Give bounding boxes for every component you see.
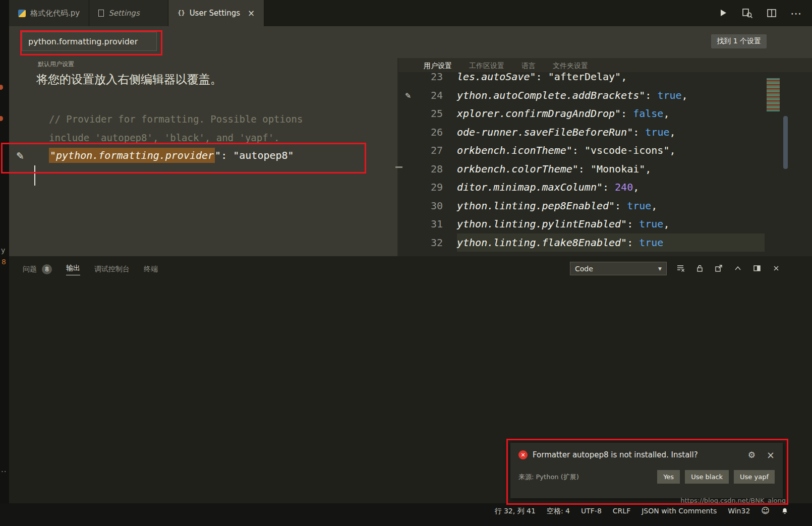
status-item[interactable]: Win32 (728, 507, 750, 516)
problems-count-badge: 8 (42, 264, 52, 274)
error-icon: ✕ (518, 450, 528, 459)
unlock-icon[interactable] (695, 264, 704, 273)
editor-tab[interactable]: Settings (89, 0, 168, 26)
notification-gear-icon[interactable]: ⚙ (748, 450, 756, 460)
chevron-down-icon: ▼ (658, 266, 662, 271)
close-tab-icon[interactable]: × (248, 9, 255, 18)
code-line[interactable]: 32ython.linting.flake8Enabled": true (398, 233, 812, 252)
panel-tab-label: 输出 (66, 264, 80, 275)
settings-scope-tab[interactable]: 用户设置 (424, 62, 452, 71)
code-line[interactable]: 25xplorer.confirmDragAndDrop": false, (398, 104, 812, 123)
braces-icon: {} (178, 10, 185, 17)
output-channel-value: Code (575, 265, 593, 273)
notification-button[interactable]: Use black (685, 470, 729, 484)
file-icon (98, 10, 104, 17)
code-tokens: ython.linting.pep8Enabled": true, (457, 200, 657, 212)
activity-badge-artifact (0, 85, 3, 90)
bell-icon[interactable] (781, 507, 789, 516)
settings-scope-tab[interactable]: 文件夹设置 (553, 62, 588, 71)
editor-tab-strip: 格式化代码.pySettings{}User Settings× (9, 0, 264, 26)
panel-tab-label: 终端 (144, 265, 158, 274)
output-channel-select[interactable]: Code ▼ (570, 262, 667, 275)
status-item[interactable]: JSON with Comments (642, 507, 717, 516)
maximize-panel-icon[interactable] (733, 264, 742, 273)
line-number: 26 (418, 126, 443, 138)
panel-layout-icon[interactable] (752, 264, 762, 273)
open-preview-icon[interactable] (741, 7, 753, 19)
settings-search-input[interactable] (27, 36, 151, 47)
run-icon[interactable] (717, 7, 729, 19)
notification-source: 来源: Python (扩展) (518, 473, 579, 482)
watermark-text: https://blog.csdn.net/BNK_along (680, 497, 786, 504)
default-setting-line[interactable]: "python.formatting.provider": "autopep8" (49, 149, 294, 161)
code-line[interactable]: ✎24ython.autoComplete.addBrackets": true… (398, 86, 812, 105)
setting-key-highlight: "python.formatting.provider (49, 148, 215, 163)
panel-tab[interactable]: 输出 (66, 264, 80, 275)
code-line[interactable]: 27orkbench.iconTheme": "vscode-icons", (398, 141, 812, 160)
code-tokens: orkbench.iconTheme": "vscode-icons", (457, 144, 676, 156)
panel-actions (676, 264, 781, 273)
editor-scrollbar[interactable] (783, 116, 788, 169)
setting-comment-line2: include 'autopep8', 'black', and 'yapf'. (49, 132, 280, 143)
code-line[interactable]: 29ditor.minimap.maxColumn": 240, (398, 178, 812, 197)
code-tokens: ython.linting.flake8Enabled": true (457, 237, 663, 249)
line-number: 30 (418, 200, 443, 212)
line-number: 31 (418, 218, 443, 230)
python-icon (18, 10, 26, 17)
edit-pencil-icon[interactable]: ✎ (398, 90, 418, 100)
editor-tab[interactable]: 格式化代码.py (9, 0, 89, 26)
code-tokens: ython.linting.pylintEnabled": true, (457, 218, 669, 230)
code-line[interactable]: 23les.autoSave": "afterDelay", (398, 72, 812, 86)
strip-artifact-dots: .. (1, 465, 7, 474)
panel-tab[interactable]: 终端 (144, 265, 158, 274)
line-number: 25 (418, 107, 443, 120)
line-number: 32 (418, 237, 443, 249)
gutter-marker (395, 166, 402, 168)
edit-pencil-icon[interactable]: ✎ (16, 150, 24, 161)
activity-badge-artifact (0, 116, 3, 121)
editor-actions: ⋯ (717, 0, 812, 26)
editor-tab-bar: 格式化代码.pySettings{}User Settings× ⋯ (9, 0, 812, 26)
activity-bar[interactable]: y 8 .. (0, 0, 9, 526)
settings-scope-tabs: 用户设置工作区设置语言文件夹设置 (398, 58, 812, 71)
status-item[interactable]: 空格: 4 (547, 507, 570, 516)
minimap[interactable] (767, 78, 780, 111)
line-number: 27 (418, 144, 443, 156)
notification-button[interactable]: Use yapf (734, 470, 775, 484)
notification-close-icon[interactable]: × (767, 450, 775, 460)
status-item[interactable]: UTF-8 (581, 507, 602, 516)
line-number: 28 (418, 163, 443, 175)
code-tokens: xplorer.confirmDragAndDrop": false, (457, 107, 669, 120)
panel-tab[interactable]: 调试控制台 (94, 265, 130, 274)
settings-scope-tab[interactable]: 工作区设置 (469, 62, 504, 71)
status-item[interactable]: CRLF (613, 507, 630, 516)
panel-tab-label: 问题 (23, 265, 37, 274)
feedback-smiley-icon[interactable]: ☺ (761, 507, 770, 515)
clear-output-icon[interactable] (676, 264, 685, 273)
status-bar: 行 32, 列 41空格: 4UTF-8CRLFJSON with Commen… (0, 503, 812, 526)
settings-search-box (22, 32, 157, 51)
strip-artifact-8: 8 (2, 258, 6, 266)
code-tokens: ython.autoComplete.addBrackets": true, (457, 89, 688, 101)
settings-search-row: 找到 1 个设置 (9, 26, 812, 58)
notification-button[interactable]: Yes (657, 470, 680, 484)
code-line[interactable]: 30ython.linting.pep8Enabled": true, (398, 197, 812, 215)
setting-value-text: ": "autopep8" (215, 149, 294, 161)
settings-scope-tab[interactable]: 语言 (521, 62, 536, 71)
code-line[interactable]: 28orkbench.colorTheme": "Monokai", (398, 160, 812, 179)
settings-json-editor[interactable]: 23les.autoSave": "afterDelay",✎24ython.a… (398, 72, 812, 256)
more-actions-icon[interactable]: ⋯ (790, 7, 802, 19)
strip-artifact-y: y (1, 246, 5, 254)
split-editor-icon[interactable] (766, 7, 778, 19)
editor-tab[interactable]: {}User Settings× (168, 0, 264, 26)
setting-comment-line1: // Provider for formatting. Possible opt… (49, 113, 303, 125)
open-in-editor-icon[interactable] (714, 264, 723, 273)
code-line[interactable]: 26ode-runner.saveFileBeforeRun": true, (398, 123, 812, 142)
status-item[interactable]: 行 32, 列 41 (495, 507, 536, 516)
close-panel-icon[interactable] (772, 264, 781, 273)
text-cursor (34, 165, 35, 186)
code-line[interactable]: 31ython.linting.pylintEnabled": true, (398, 215, 812, 233)
line-number: 24 (418, 89, 443, 101)
panel-tab[interactable]: 问题8 (23, 264, 52, 274)
default-settings-pane: 默认用户设置 将您的设置放入右侧编辑器以覆盖。 // Provider for … (9, 58, 398, 256)
